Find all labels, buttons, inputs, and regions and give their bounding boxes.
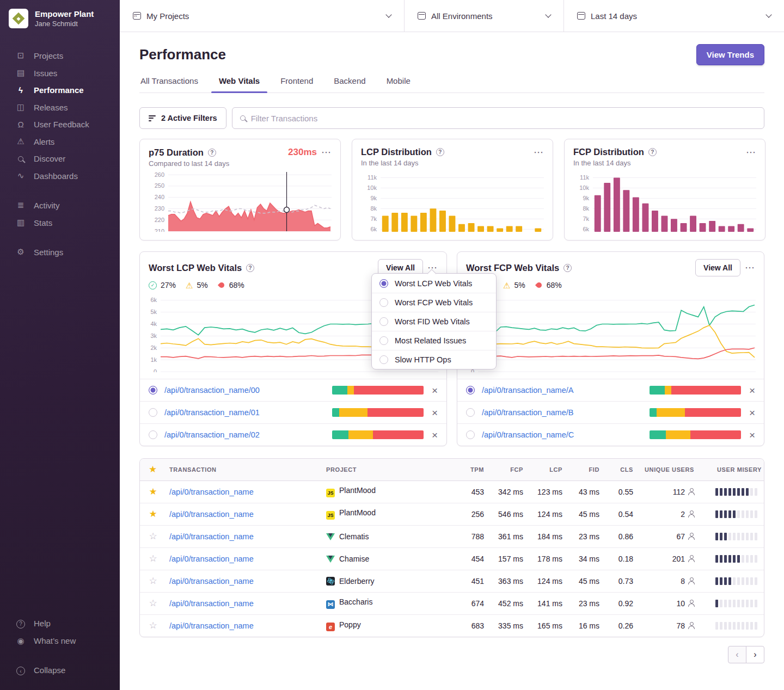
transaction-link[interactable]: /api/0/transaction_name/B: [482, 408, 573, 417]
help-question-icon[interactable]: ?: [648, 148, 657, 156]
search-input[interactable]: [251, 114, 756, 123]
transaction-link[interactable]: /api/0/transaction_name: [169, 621, 254, 630]
next-page-button[interactable]: ›: [746, 646, 764, 663]
worst-fcp-chart[interactable]: 6k5k4k3k2k1k0: [457, 295, 764, 374]
sidebar-item-releases[interactable]: ◫Releases: [0, 98, 120, 116]
radio-button[interactable]: [466, 386, 475, 395]
date-range-selector[interactable]: Last 14 days: [564, 0, 784, 32]
close-icon[interactable]: ×: [432, 385, 438, 396]
star-icon[interactable]: ☆: [149, 576, 157, 586]
star-icon[interactable]: ★: [149, 486, 157, 497]
sidebar-item-stats[interactable]: ▥Stats: [0, 214, 120, 231]
transaction-link[interactable]: /api/0/transaction_name: [169, 532, 254, 541]
star-icon[interactable]: ☆: [149, 553, 157, 564]
radio-button[interactable]: [466, 430, 475, 439]
lightning-icon: ϟ: [15, 85, 26, 95]
sidebar-item-whats-new[interactable]: ◉What’s new: [0, 632, 120, 650]
sidebar-item-projects[interactable]: ⊡Projects: [0, 47, 120, 64]
radio-button[interactable]: [149, 430, 157, 439]
active-filters-button[interactable]: 2 Active Filters: [139, 107, 226, 129]
radio-button[interactable]: [149, 408, 157, 417]
tab-web-vitals[interactable]: Web Vitals: [218, 76, 261, 93]
radio-button[interactable]: [379, 298, 388, 307]
cls-value: 0.73: [603, 570, 636, 592]
dropdown-item-worst-lcp[interactable]: Worst LCP Web Vitals: [372, 274, 496, 293]
table-row: ☆ /api/0/transaction_name ⋈Baccharis 674…: [140, 592, 764, 614]
p75-duration-card: p75 Duration ? 230ms ⋯ Compared to last …: [139, 139, 341, 241]
radio-button[interactable]: [379, 336, 388, 345]
project-selector[interactable]: My Projects: [120, 0, 404, 32]
transaction-link[interactable]: /api/0/transaction_name/02: [164, 430, 260, 439]
sidebar-item-label: Activity: [34, 201, 60, 210]
transaction-link[interactable]: /api/0/transaction_name/01: [164, 408, 260, 417]
dropdown-item-worst-fcp[interactable]: Worst FCP Web Vitals: [372, 293, 496, 312]
previous-page-button[interactable]: ‹: [728, 646, 746, 663]
radio-button[interactable]: [149, 386, 157, 395]
transaction-link[interactable]: /api/0/transaction_name/A: [482, 386, 573, 395]
sidebar-item-discover[interactable]: Discover: [0, 150, 120, 167]
transaction-link[interactable]: /api/0/transaction_name: [169, 555, 254, 563]
close-icon[interactable]: ×: [749, 385, 755, 396]
star-icon[interactable]: ☆: [149, 531, 157, 541]
transaction-link[interactable]: /api/0/transaction_name: [169, 510, 254, 519]
transaction-link[interactable]: /api/0/transaction_name/C: [482, 430, 574, 439]
help-question-icon[interactable]: ?: [564, 264, 572, 272]
project-selector-label: My Projects: [146, 11, 189, 21]
lcp-distribution-chart[interactable]: 11k10k9k8k7k6k: [361, 171, 544, 235]
cls-value: 0.54: [603, 503, 636, 525]
star-icon[interactable]: ★: [149, 464, 157, 475]
view-trends-button[interactable]: View Trends: [696, 44, 764, 65]
dropdown-item-slow-http-ops[interactable]: Slow HTTP Ops: [372, 350, 496, 369]
sidebar-item-settings[interactable]: ⚙Settings: [0, 243, 120, 261]
radio-button[interactable]: [466, 408, 475, 417]
close-icon[interactable]: ×: [749, 408, 755, 418]
tab-all-transactions[interactable]: All Transactions: [139, 76, 199, 93]
sidebar-collapse-button[interactable]: ‹Collapse: [0, 662, 120, 680]
more-menu-icon[interactable]: ⋯: [534, 150, 544, 155]
close-icon[interactable]: ×: [432, 430, 438, 440]
radio-button[interactable]: [379, 355, 388, 364]
radio-button[interactable]: [379, 317, 388, 326]
environment-selector[interactable]: All Environments: [404, 0, 564, 32]
sidebar-item-help[interactable]: ?Help: [0, 614, 120, 632]
card-title: LCP Distribution: [361, 147, 432, 157]
p75-duration-chart[interactable]: 260250240230220210: [149, 172, 332, 234]
sidebar-item-issues[interactable]: ▤Issues: [0, 64, 120, 82]
sidebar-item-alerts[interactable]: ⚠Alerts: [0, 133, 120, 150]
content: Performance View Trends All Transactions…: [120, 32, 784, 690]
close-icon[interactable]: ×: [432, 408, 438, 418]
close-icon[interactable]: ×: [749, 430, 755, 440]
sidebar-item-performance[interactable]: ϟPerformance: [0, 82, 120, 98]
more-menu-icon[interactable]: ⋯: [745, 265, 755, 270]
dropdown-item-most-related-issues[interactable]: Most Related Issues: [372, 331, 496, 350]
help-question-icon[interactable]: ?: [208, 149, 216, 157]
star-icon[interactable]: ☆: [149, 598, 157, 608]
tab-backend[interactable]: Backend: [333, 76, 366, 93]
transaction-link[interactable]: /api/0/transaction_name: [169, 599, 254, 608]
svg-text:240: 240: [155, 194, 164, 200]
fcp-distribution-chart[interactable]: 11k10k9k8k7k6k: [573, 171, 756, 235]
good-percent: 27%: [161, 281, 176, 289]
sidebar-item-activity[interactable]: ≣Activity: [0, 196, 120, 214]
dropdown-item-worst-fid[interactable]: Worst FID Web Vitals: [372, 312, 496, 331]
help-question-icon[interactable]: ?: [436, 148, 444, 156]
radio-button[interactable]: [379, 279, 388, 288]
star-icon[interactable]: ☆: [149, 620, 157, 631]
svg-text:7k: 7k: [370, 215, 377, 222]
transaction-link[interactable]: /api/0/transaction_name: [169, 577, 254, 586]
org-switcher[interactable]: Empower Plant Jane Schmidt: [0, 0, 120, 28]
tab-frontend[interactable]: Frontend: [279, 76, 314, 93]
sidebar-item-label: User Feedback: [34, 120, 89, 129]
vitals-stacked-bar: [650, 430, 741, 439]
view-all-button[interactable]: View All: [695, 259, 740, 276]
sidebar-item-user-feedback[interactable]: ΩUser Feedback: [0, 116, 120, 133]
transaction-link[interactable]: /api/0/transaction_name: [169, 488, 254, 496]
more-menu-icon[interactable]: ⋯: [321, 150, 332, 155]
more-menu-icon[interactable]: ⋯: [746, 150, 756, 155]
star-icon[interactable]: ★: [149, 509, 157, 519]
sidebar-item-dashboards[interactable]: ∿Dashboards: [0, 167, 120, 184]
project-name: PlantMood: [339, 508, 376, 517]
help-question-icon[interactable]: ?: [246, 264, 254, 272]
transaction-link[interactable]: /api/0/transaction_name/00: [164, 386, 260, 395]
tab-mobile[interactable]: Mobile: [385, 76, 412, 93]
